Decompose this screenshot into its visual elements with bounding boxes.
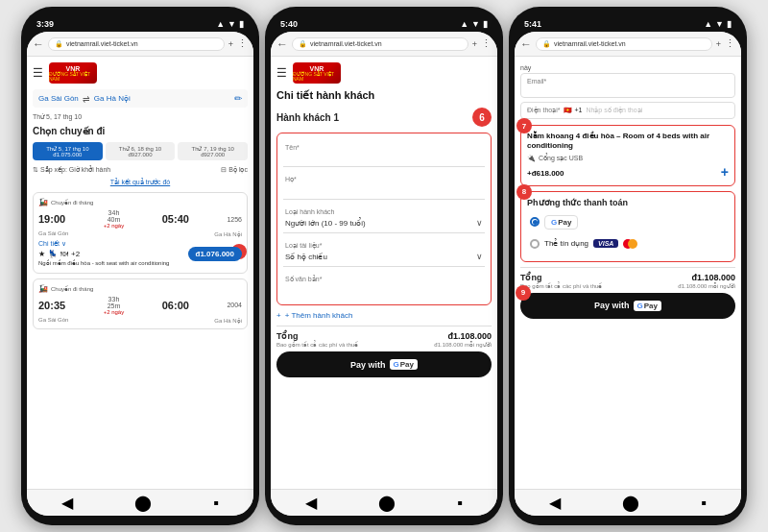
signal-icon-2: ▲ (460, 19, 468, 29)
status-icons-3: ▲ ▼ ▮ (704, 19, 732, 29)
url-bar-3[interactable]: 🔒 vietnamrail.viet-ticket.vn (536, 37, 712, 51)
total-sub: Bao gồm tất cả các phí và thuế (276, 341, 358, 348)
date-tab-0-price: đ1.075.000 (35, 152, 101, 157)
field-loai-tl-label: Loại tài liệu* (285, 242, 483, 250)
pay-label: Pay (558, 218, 571, 227)
email-input[interactable] (527, 85, 729, 93)
load-prev-link[interactable]: Tải kết quả trước đó (33, 179, 248, 186)
filter-label: Bộ lọc (228, 166, 248, 173)
phone-input[interactable]: Nhập số điện thoại (586, 107, 729, 114)
filter-button[interactable]: ⊟ Bộ lọc (221, 166, 248, 174)
flag-icon: 🇻🇳 +1 (564, 107, 582, 114)
status-icons-1: ▲ ▼ ▮ (216, 19, 244, 29)
date-tab-2[interactable]: Thứ 7, 19 thg 10 đ927.000 (178, 142, 248, 160)
browser-bar-1: ← 🔒 vietnamrail.viet-ticket.vn + ⋮ (27, 32, 253, 57)
mc-right (628, 239, 637, 249)
screen2-content: ☰ VNR ĐƯỜNG SẮT VIỆT NAM Chi tiết hành k… (271, 57, 497, 489)
url-text-2: vietnamrail.viet-ticket.vn (310, 40, 382, 47)
phone-frame-1: 3:39 ▲ ▼ ▮ ← 🔒 vietnamrail.viet-ticket.v… (21, 7, 259, 525)
email-field-container: Email* (520, 73, 735, 98)
total-label: Tổng (276, 331, 358, 341)
phone-label: Điện thoại* (527, 107, 560, 114)
nav-back-icon-3[interactable]: ◀ (549, 494, 561, 512)
date-tabs: Thứ 5, 17 thg 10 đ1.075.000 Thứ 6, 18 th… (33, 142, 248, 160)
date-tab-0[interactable]: Thứ 5, 17 thg 10 đ1.075.000 (33, 142, 103, 160)
loai-tl-select[interactable]: Số hộ chiếu ∨ (285, 252, 483, 261)
nav-home-circle[interactable]: ⬤ (134, 494, 152, 512)
nav-home-circle-2[interactable]: ⬤ (378, 494, 396, 512)
nav-recent-square[interactable]: ▪ (213, 495, 219, 512)
screen-3: ← 🔒 vietnamrail.viet-ticket.vn + ⋮ này E… (515, 32, 741, 516)
field-ho-value[interactable] (285, 185, 483, 194)
vnr-logo-2: VNR ĐƯỜNG SẮT VIỆT NAM (293, 62, 341, 84)
train-num-1: 2004 (227, 302, 242, 308)
seat-info-0: Ngồi mềm điều hòa - soft seat with air c… (38, 260, 169, 268)
url-text-1: vietnamrail.viet-ticket.vn (66, 40, 138, 47)
add-room-icon[interactable]: + (721, 164, 729, 180)
passenger-title: Hành khách 1 (276, 112, 339, 123)
duration-days-0: +2 ngày (104, 223, 125, 229)
field-so-vb-value[interactable] (285, 285, 483, 294)
field-loai-tl: Loại tài liệu* Số hộ chiếu ∨ (283, 237, 485, 267)
field-ten-value[interactable] (285, 153, 483, 161)
hamburger-icon-2[interactable]: ☰ (276, 66, 287, 80)
payment-title: Phương thức thanh toán (527, 198, 729, 207)
signal-icon: ▲ (216, 19, 225, 29)
pay-button-2[interactable]: Pay with G Pay (276, 351, 492, 377)
sort-button[interactable]: ⇅ Sắp xếp: Giờ khởi hành (33, 166, 110, 174)
train-time-row-1: 20:35 33h 25m +2 ngày 06:00 2004 (38, 296, 242, 315)
route-bar: Ga Sài Gòn ⇌ Ga Hà Nội ✏ (33, 89, 248, 108)
pay-button-3[interactable]: Pay with G Pay (520, 293, 735, 319)
phone-frame-2: 5:40 ▲ ▼ ▮ ← 🔒 vietnamrail.viet-ticket.v… (265, 7, 503, 525)
tabs-icon-2[interactable]: + (472, 39, 477, 49)
url-text-3: vietnamrail.viet-ticket.vn (554, 40, 626, 47)
pay-text-3: Pay (644, 302, 658, 310)
total-amount-3: đ1.108.000 (678, 273, 735, 282)
phone-field-container: Điện thoại* 🇻🇳 +1 Nhập số điện thoại (520, 102, 735, 119)
train-card-1: 🚂 Chuyến đi tháng 20:35 33h 25m +2 ngày … (33, 278, 248, 329)
hamburger-icon[interactable]: ☰ (33, 66, 43, 80)
chevron-down-icon: ∨ (476, 218, 483, 228)
nav-back-icon-2[interactable]: ◀ (305, 494, 317, 512)
url-bar-2[interactable]: 🔒 vietnamrail.viet-ticket.vn (292, 37, 468, 51)
depart-time-1: 20:35 (38, 300, 65, 311)
route-arrow-icon: ⇌ (83, 94, 90, 104)
gpay-option[interactable]: G Pay (527, 212, 729, 232)
back-icon-2[interactable]: ← (276, 37, 288, 51)
vnr-logo-sub: ĐƯỜNG SẮT VIỆT NAM (49, 72, 97, 82)
add-passenger-btn[interactable]: + + Thêm hành khách (276, 311, 492, 320)
nav-recent-square-3[interactable]: ▪ (701, 495, 707, 512)
nav-back-icon[interactable]: ◀ (61, 494, 73, 512)
chevron-down-icon-2: ∨ (476, 252, 483, 261)
back-icon-3[interactable]: ← (520, 37, 532, 51)
menu-icon-browser-3[interactable]: ⋮ (725, 37, 735, 50)
train-footer-0: Chi tiết ∨ ★ 💺 🍽 +2 Ngồi mềm điều hòa - … (38, 240, 242, 268)
url-bar-1[interactable]: 🔒 vietnamrail.viet-ticket.vn (48, 37, 225, 51)
nav-recent-square-2[interactable]: ▪ (457, 495, 463, 512)
total-per: đ1.108.000 mỗi người (434, 341, 492, 348)
menu-icon-browser[interactable]: ⋮ (237, 37, 248, 50)
price-pill-0[interactable]: đ1.076.000 (188, 247, 242, 261)
arrive-time-0: 05:40 (162, 213, 189, 225)
signal-icon-3: ▲ (704, 19, 712, 29)
menu-icon-browser-2[interactable]: ⋮ (481, 37, 492, 50)
edit-icon[interactable]: ✏ (234, 93, 242, 104)
train-time-row-0: 19:00 34h 40m +2 ngày 05:40 1256 (38, 209, 242, 229)
phone-frame-3: 5:41 ▲ ▼ ▮ ← 🔒 vietnamrail.viet-ticket.v… (509, 7, 747, 525)
bottom-nav-2: ◀ ⬤ ▪ (271, 489, 497, 516)
stations-row-1: Ga Sài Gòn Ga Hà Nội (38, 317, 242, 324)
price-container-0: 5 đ1.076.000 (188, 247, 242, 261)
bottom-nav-1: ◀ ⬤ ▪ (27, 489, 253, 516)
date-tab-1[interactable]: Thứ 6, 18 thg 10 đ927.000 (106, 142, 176, 160)
loai-hk-select[interactable]: Người lớn (10 - 99 tuổi) ∨ (285, 218, 483, 228)
nav-home-circle-3[interactable]: ⬤ (622, 494, 639, 512)
step-9-badge: 9 (516, 285, 531, 301)
tabs-icon-3[interactable]: + (716, 39, 721, 49)
step-7-badge: 7 (516, 118, 532, 133)
stations-row-0: Ga Sài Gòn Ga Hà Nội (38, 230, 242, 237)
back-icon[interactable]: ← (33, 37, 44, 51)
detail-link-0[interactable]: Chi tiết ∨ (38, 240, 169, 248)
credit-option[interactable]: Thẻ tín dụng VISA (527, 236, 729, 252)
loai-hk-value: Người lớn (10 - 99 tuổi) (285, 219, 366, 228)
tabs-icon[interactable]: + (228, 39, 233, 49)
